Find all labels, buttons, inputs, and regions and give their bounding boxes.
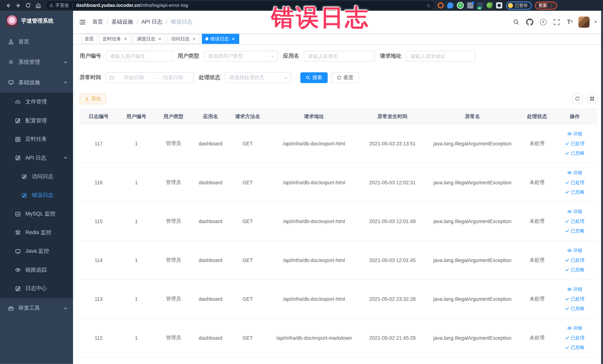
close-icon[interactable]: ✕ <box>191 36 197 41</box>
logo-image <box>6 15 18 27</box>
breadcrumb-separator: / <box>136 19 138 25</box>
user-id-input[interactable] <box>106 51 173 61</box>
sidebar-item-error-log[interactable]: 错误日志 <box>0 186 73 205</box>
sidebar-item-home[interactable]: 首页 <box>0 32 73 52</box>
reset-button[interactable]: 重置 <box>331 72 359 83</box>
tab-error-log[interactable]: 错误日志✕ <box>202 34 239 44</box>
extension-switch-icon[interactable]: on <box>477 2 483 8</box>
export-button[interactable]: 导出 <box>80 93 106 104</box>
sidebar-item-job[interactable]: 定时任务 <box>0 130 73 149</box>
profile-paused-badge[interactable]: 已暂停 <box>506 1 532 10</box>
ignored-action[interactable]: 已忽略 <box>554 265 596 274</box>
browser-update-button[interactable]: 更新 ⋮ <box>535 1 557 10</box>
ignored-action[interactable]: 已忽略 <box>554 187 596 197</box>
sidebar-logo[interactable]: 芋道管理系统 <box>0 11 73 32</box>
extension-ring-icon[interactable] <box>438 2 444 8</box>
browser-scrollbar[interactable] <box>601 11 603 364</box>
avatar[interactable] <box>578 16 590 27</box>
processed-action[interactable]: 已处理 <box>554 177 596 187</box>
process-status-select[interactable]: 请选择处理状态 <box>225 72 291 83</box>
caret-down-icon[interactable] <box>594 20 598 24</box>
processed-action[interactable]: 已处理 <box>554 333 596 343</box>
action-label: 详细 <box>573 286 582 293</box>
extension-check-icon[interactable]: V <box>457 2 464 9</box>
request-url-input[interactable] <box>406 51 475 61</box>
fullscreen-icon[interactable] <box>551 17 561 27</box>
home-icon[interactable] <box>33 1 43 10</box>
sidebar-item-label: 系统管理 <box>19 59 40 65</box>
bookmark-star-icon[interactable]: ☆ <box>426 2 431 8</box>
ignored-action[interactable]: 已忽略 <box>554 342 596 352</box>
exception-time-label: 异常时间 <box>80 74 106 81</box>
detail-action[interactable]: 详细 <box>554 168 596 178</box>
sidebar-item-trace[interactable]: 链路追踪 <box>0 261 73 280</box>
search-button[interactable]: 搜索 <box>300 72 327 83</box>
refresh-table-button[interactable] <box>572 93 583 104</box>
app-name-input[interactable] <box>304 51 375 61</box>
close-icon[interactable]: ✕ <box>123 36 128 41</box>
sidebar-item-redis[interactable]: Redis 监控 <box>0 223 73 242</box>
date-range-picker[interactable]: 开始日期 - 结束日期 <box>106 72 194 83</box>
reset-button-label: 重置 <box>344 74 353 81</box>
close-icon[interactable]: ✕ <box>231 36 236 41</box>
processed-action[interactable]: 已处理 <box>554 255 596 265</box>
eye-icon <box>567 248 572 253</box>
url-bar[interactable]: ⚠ 不安全 dashboard.yudao.iocoder.cn /infra/… <box>46 1 434 10</box>
cell-method: GET <box>229 202 266 241</box>
column-settings-button[interactable] <box>587 93 598 104</box>
help-icon[interactable]: ? <box>538 17 548 27</box>
search-icon[interactable] <box>511 17 521 27</box>
font-size-icon[interactable]: TT <box>565 17 575 27</box>
tab-home[interactable]: 首页 <box>81 34 97 44</box>
extension-leaf-icon[interactable] <box>487 2 493 8</box>
sidebar-item-infra[interactable]: 基础设施 <box>0 72 73 93</box>
detail-action[interactable]: 详细 <box>554 246 596 255</box>
extension-grid-icon[interactable] <box>467 2 474 8</box>
tab-job-log[interactable]: 调度日志✕ <box>133 34 166 44</box>
menu-kebab-icon[interactable]: ⋮ <box>550 3 554 7</box>
processed-action[interactable]: 已处理 <box>554 139 596 148</box>
detail-action[interactable]: 详细 <box>554 284 596 294</box>
app-name-label: 应用名 <box>283 53 304 59</box>
ignored-action[interactable]: 已忽略 <box>554 304 596 313</box>
breadcrumb-infra[interactable]: 基础设施 <box>111 19 133 25</box>
detail-action[interactable]: 详细 <box>554 129 596 139</box>
detail-action[interactable]: 详细 <box>554 323 596 333</box>
processed-action[interactable]: 已处理 <box>554 216 596 226</box>
breadcrumb-api-log[interactable]: API 日志 <box>141 19 162 25</box>
eye-icon <box>567 209 572 214</box>
github-icon[interactable] <box>525 17 534 27</box>
action-label: 详细 <box>573 208 582 215</box>
sidebar-item-system[interactable]: 系统管理 <box>0 52 73 72</box>
extension-drop-icon[interactable] <box>447 2 453 8</box>
desktop-icon <box>15 248 21 254</box>
back-icon[interactable] <box>3 1 13 10</box>
ignored-action[interactable]: 已忽略 <box>554 226 596 236</box>
sidebar-item-java[interactable]: Java 监控 <box>0 242 73 261</box>
hamburger-icon[interactable] <box>79 18 86 26</box>
reload-icon[interactable] <box>23 1 33 10</box>
breadcrumb-home[interactable]: 首页 <box>92 19 103 25</box>
ignored-action[interactable]: 已忽略 <box>554 148 596 158</box>
sidebar-item-devtools[interactable]: 研发工具 <box>0 298 73 318</box>
cell-user_type: 管理员 <box>155 280 192 318</box>
col-method: 请求方法名 <box>229 109 266 124</box>
col-url: 请求地址 <box>266 109 362 124</box>
sidebar-item-file[interactable]: 文件管理 <box>0 93 73 111</box>
sidebar-item-api-log[interactable]: API 日志 <box>0 149 73 167</box>
eye-icon <box>567 326 572 330</box>
forward-icon[interactable] <box>13 1 23 10</box>
calendar-icon <box>109 75 114 80</box>
tab-job[interactable]: 定时任务✕ <box>99 34 131 44</box>
detail-action[interactable]: 详细 <box>554 207 596 216</box>
sidebar-item-log-center[interactable]: 日志中心 <box>0 279 73 298</box>
processed-action[interactable]: 已处理 <box>554 294 596 304</box>
sidebar-item-mysql[interactable]: MySQL 监控 <box>0 205 73 223</box>
sidebar-item-access-log[interactable]: 访问日志 <box>0 167 73 186</box>
tab-access-log[interactable]: 访问日志✕ <box>168 34 200 44</box>
sidebar-item-config[interactable]: 配置管理 <box>0 111 73 130</box>
close-icon[interactable]: ✕ <box>157 36 162 41</box>
cell-app: dashboard <box>192 241 229 280</box>
user-type-select[interactable]: 请选择用户类型 <box>204 51 278 61</box>
extensions-puzzle-icon[interactable] <box>496 2 502 8</box>
